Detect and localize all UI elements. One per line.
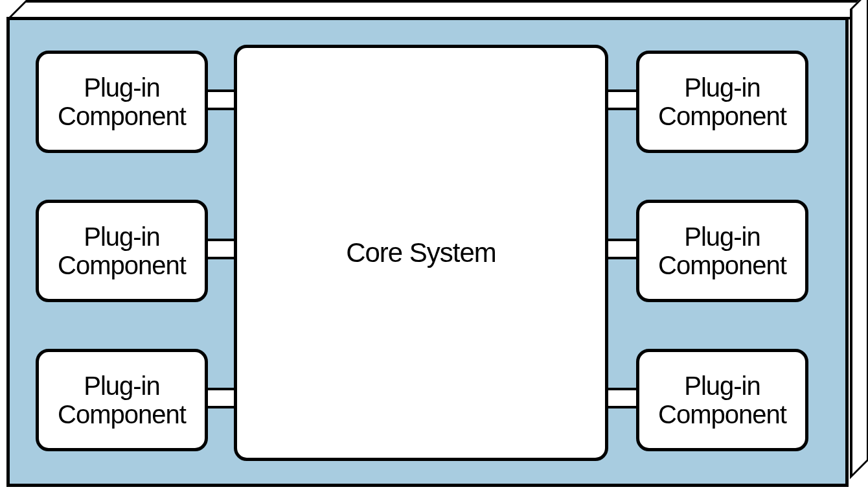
plugin-left-1: Plug-in Component bbox=[36, 51, 208, 153]
plugin-label: Plug-in Component bbox=[658, 222, 786, 279]
plugin-label: Plug-in Component bbox=[58, 372, 186, 429]
core-system-box: Core System bbox=[234, 45, 608, 461]
plugin-label-line2: Component bbox=[658, 400, 786, 429]
plugin-right-2: Plug-in Component bbox=[636, 200, 808, 302]
plugin-label-line2: Component bbox=[658, 102, 786, 130]
connector-right-1 bbox=[606, 89, 637, 110]
plugin-left-2: Plug-in Component bbox=[36, 200, 208, 302]
plugin-label-line1: Plug-in bbox=[684, 222, 760, 251]
box-3d-side bbox=[850, 0, 868, 479]
plugin-left-3: Plug-in Component bbox=[36, 349, 208, 451]
plugin-label: Plug-in Component bbox=[658, 372, 786, 429]
plugin-label-line2: Component bbox=[58, 102, 186, 130]
plugin-right-1: Plug-in Component bbox=[636, 51, 808, 153]
connector-left-1 bbox=[205, 89, 236, 110]
plugin-label: Plug-in Component bbox=[58, 222, 186, 279]
connector-left-2 bbox=[205, 239, 236, 259]
plugin-label-line2: Component bbox=[58, 400, 186, 429]
plugin-right-3: Plug-in Component bbox=[636, 349, 808, 451]
core-system-label: Core System bbox=[346, 237, 496, 268]
plugin-label-line2: Component bbox=[58, 251, 186, 279]
diagram-front-face: Core System Plug-in Component Plug-in Co… bbox=[6, 17, 849, 487]
connector-left-3 bbox=[205, 388, 236, 408]
plugin-label: Plug-in Component bbox=[58, 73, 186, 130]
plugin-label-line1: Plug-in bbox=[84, 222, 160, 251]
plugin-label: Plug-in Component bbox=[658, 73, 786, 130]
architecture-diagram: Core System Plug-in Component Plug-in Co… bbox=[0, 0, 868, 496]
connector-right-2 bbox=[606, 239, 637, 259]
plugin-label-line1: Plug-in bbox=[84, 73, 160, 102]
plugin-label-line2: Component bbox=[658, 251, 786, 279]
plugin-label-line1: Plug-in bbox=[684, 73, 760, 102]
connector-right-3 bbox=[606, 388, 637, 408]
plugin-label-line1: Plug-in bbox=[684, 372, 760, 400]
plugin-label-line1: Plug-in bbox=[84, 372, 160, 400]
